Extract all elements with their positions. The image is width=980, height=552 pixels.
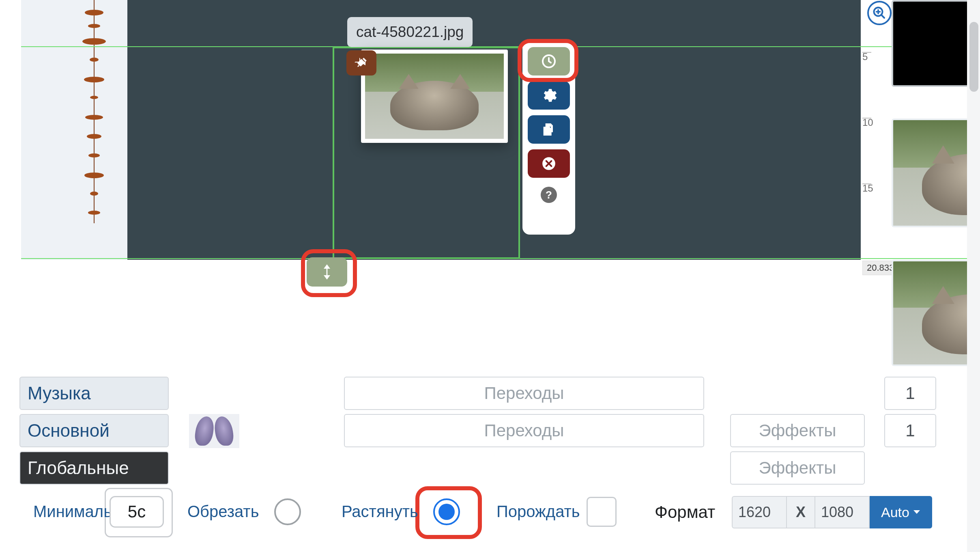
- minimal-label: Минималь: [33, 502, 112, 521]
- spawn-checkbox[interactable]: [587, 497, 617, 527]
- transitions-input-1[interactable]: Переходы: [344, 377, 704, 410]
- crop-radio[interactable]: [274, 498, 301, 525]
- ruler-tick-label: 15: [862, 183, 873, 194]
- minimal-duration-input[interactable]: [110, 496, 164, 528]
- time-ruler: 5 10 15: [862, 0, 886, 369]
- transition-count-2[interactable]: 1: [884, 414, 936, 447]
- pin-icon: [355, 56, 368, 70]
- filename-tooltip: cat-4580221.jpg: [347, 17, 473, 47]
- annotation-highlight: [301, 249, 357, 297]
- tab-music[interactable]: Музыка: [19, 377, 169, 410]
- settings-button[interactable]: [528, 81, 570, 110]
- format-width-input[interactable]: 1620: [732, 496, 787, 528]
- crop-label: Обрезать: [187, 502, 259, 521]
- close-circle-icon: [541, 156, 557, 171]
- ruler-tick-label: 10: [862, 117, 873, 128]
- stretch-label: Растянуть: [342, 502, 418, 521]
- clip-thumbnail[interactable]: [361, 50, 508, 143]
- tab-global[interactable]: Глобальные: [19, 451, 169, 485]
- scrollbar-thumb[interactable]: [969, 22, 978, 92]
- tab-main[interactable]: Основной: [19, 414, 169, 447]
- annotation-highlight: [518, 39, 578, 82]
- caret-down-icon: [913, 509, 921, 515]
- delete-button[interactable]: [528, 149, 570, 178]
- clip-preview-icon[interactable]: [189, 414, 239, 448]
- format-group: 1620 X 1080 Auto: [732, 496, 932, 528]
- stretch-radio[interactable]: [433, 498, 460, 525]
- help-button[interactable]: ?: [541, 187, 557, 203]
- format-auto-dropdown[interactable]: Auto: [870, 496, 932, 528]
- format-height-input[interactable]: 1080: [815, 496, 870, 528]
- ruler-tick-label: 5: [862, 51, 868, 63]
- copy-icon: [541, 121, 557, 138]
- auto-label: Auto: [881, 505, 909, 520]
- format-label: Формат: [655, 502, 715, 522]
- transition-count-1[interactable]: 1: [884, 377, 936, 410]
- vertical-scrollbar[interactable]: [967, 0, 980, 552]
- gear-icon: [540, 87, 557, 104]
- effects-input-1[interactable]: Эффекты: [730, 414, 865, 447]
- pin-button[interactable]: [346, 50, 376, 75]
- effects-input-2[interactable]: Эффекты: [730, 451, 865, 485]
- transitions-input-2[interactable]: Переходы: [344, 414, 704, 447]
- format-separator: X: [787, 496, 815, 528]
- audio-waveform[interactable]: [73, 0, 115, 239]
- spawn-label: Порождать: [496, 502, 580, 521]
- copy-button[interactable]: [528, 115, 570, 144]
